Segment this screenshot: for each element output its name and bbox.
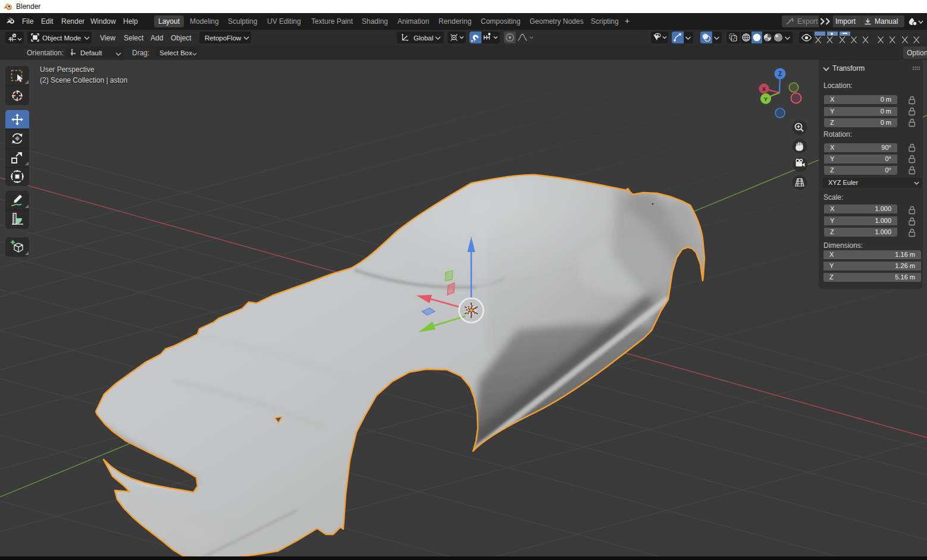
svg-text:Z: Z: [778, 71, 782, 77]
svg-text:Y: Y: [764, 96, 768, 102]
svg-text:X: X: [762, 86, 766, 92]
